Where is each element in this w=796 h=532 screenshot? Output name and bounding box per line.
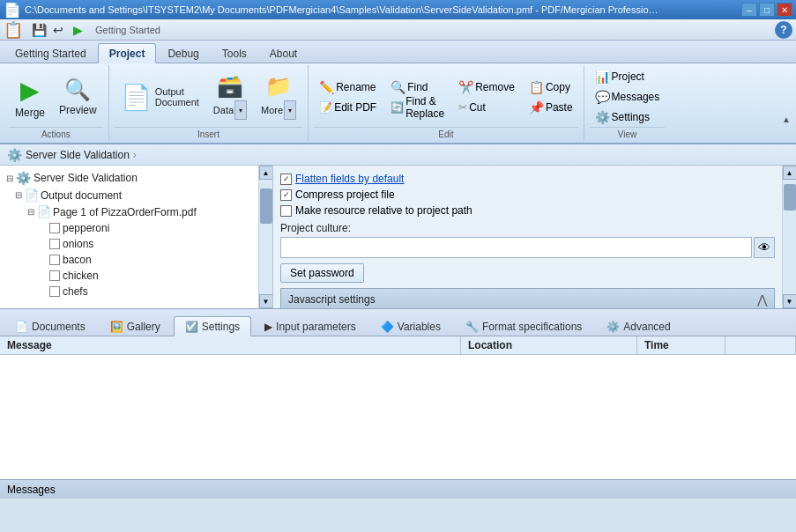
- tab-tools[interactable]: Tools: [211, 43, 258, 63]
- make-resource-label: Make resource relative to project path: [295, 204, 472, 217]
- rename-button[interactable]: ✏️ Rename: [314, 78, 382, 97]
- tree-scroll-thumb[interactable]: [260, 188, 272, 224]
- breadcrumb-label[interactable]: Server Side Validation: [26, 149, 130, 161]
- tree-expand-root[interactable]: ⊟: [4, 172, 16, 184]
- remove-icon: ✂️: [458, 80, 473, 94]
- tab-settings[interactable]: ☑️ Settings: [174, 316, 251, 336]
- set-password-button[interactable]: Set password: [280, 263, 364, 283]
- gallery-icon: 🖼️: [110, 321, 123, 333]
- paste-button[interactable]: 📌 Paste: [524, 98, 578, 117]
- preview-button[interactable]: 🔍 Preview: [53, 69, 103, 125]
- tree-item-bacon[interactable]: bacon: [0, 252, 258, 268]
- checkbox-bacon[interactable]: [49, 255, 60, 265]
- checkbox-onions[interactable]: [49, 239, 60, 249]
- time-col-header: Time: [637, 336, 725, 354]
- edit-col4: 📋 Copy 📌 Paste: [524, 78, 578, 117]
- tree-item-pepperoni[interactable]: pepperoni: [0, 220, 258, 236]
- insert-label: Insert: [115, 127, 302, 139]
- tab-debug[interactable]: Debug: [156, 43, 210, 63]
- tab-input-parameters[interactable]: ▶ Input parameters: [253, 316, 368, 336]
- tree-scrollbar[interactable]: ▲ ▼: [258, 166, 272, 308]
- window-title: C:\Documents and Settings\ITSYSTEM2\My D…: [25, 4, 659, 15]
- checkbox-chicken[interactable]: [49, 270, 60, 281]
- eye-button[interactable]: 👁: [754, 237, 775, 258]
- maximize-button[interactable]: □: [759, 3, 775, 17]
- find-replace-button[interactable]: 🔄 Find & Replace: [385, 98, 450, 117]
- more-button[interactable]: 📁 More ▾: [255, 69, 302, 125]
- output-document-button[interactable]: 📄 Output Document: [115, 74, 205, 120]
- messages-view-button[interactable]: 💬 Messages: [590, 87, 666, 107]
- more-icon: 📁: [265, 74, 292, 99]
- status-messages-label: Messages: [7, 484, 56, 496]
- merge-button[interactable]: ▶ Merge: [9, 69, 51, 125]
- actions-label: Actions: [9, 127, 103, 139]
- minimize-button[interactable]: –: [741, 3, 757, 17]
- more-dropdown[interactable]: ▾: [284, 100, 296, 120]
- play-button[interactable]: ▶: [69, 21, 86, 39]
- tree-root-label: Server Side Validation: [33, 172, 138, 184]
- tab-project[interactable]: Project: [98, 43, 157, 63]
- data-dropdown[interactable]: ▾: [234, 100, 247, 120]
- make-resource-checkbox[interactable]: [280, 205, 292, 217]
- find-button[interactable]: 🔍 Find: [385, 78, 450, 97]
- project-culture-label: Project culture:: [280, 222, 775, 234]
- flatten-fields-checkbox[interactable]: [280, 174, 292, 185]
- extra-col-header: [725, 336, 796, 354]
- breadcrumb-icon: ⚙️: [7, 148, 22, 162]
- bottom-tab-bar: 📄 Documents 🖼️ Gallery ☑️ Settings ▶ Inp…: [0, 308, 796, 336]
- find-replace-icon: 🔄: [391, 101, 404, 114]
- tree-item-onions[interactable]: onions: [0, 236, 258, 252]
- tree-expand-output[interactable]: ⊟: [12, 189, 25, 202]
- data-button[interactable]: 🗃️ Data ▾: [207, 69, 253, 125]
- copy-button[interactable]: 📋 Copy: [524, 78, 578, 97]
- tree-scroll-up[interactable]: ▲: [259, 166, 273, 180]
- tree-scroll-track[interactable]: [259, 180, 272, 294]
- tree-item-chefs[interactable]: chefs: [0, 284, 258, 299]
- cut-button[interactable]: ✂ Cut: [453, 98, 520, 117]
- edit-col2: 🔍 Find 🔄 Find & Replace: [385, 78, 450, 117]
- project-culture-input[interactable]: [280, 237, 752, 258]
- input-params-icon: ▶: [264, 321, 272, 333]
- tab-format-specifications[interactable]: 🔧 Format specifications: [454, 316, 593, 336]
- ribbon-expand-button[interactable]: ▲: [782, 115, 794, 127]
- project-view-button[interactable]: 📊 Project: [590, 67, 666, 86]
- content-area: ⊟ ⚙️ Server Side Validation ⊟ 📄 Output d…: [0, 166, 796, 308]
- preview-icon: 🔍: [64, 78, 91, 102]
- edit-pdf-button[interactable]: 📝 Edit PDF: [314, 98, 382, 117]
- tree-bacon-label: bacon: [63, 254, 92, 266]
- tab-variables[interactable]: 🔷 Variables: [369, 316, 452, 336]
- settings-scroll-track[interactable]: [783, 180, 796, 294]
- save-button[interactable]: 💾: [30, 21, 48, 39]
- settings-tab-icon: ☑️: [185, 321, 198, 333]
- tab-documents[interactable]: 📄 Documents: [4, 316, 97, 336]
- edit-col3: ✂️ Remove ✂ Cut: [453, 78, 520, 117]
- help-button[interactable]: ?: [775, 21, 792, 39]
- close-button[interactable]: ✕: [777, 3, 792, 17]
- settings-scrollbar[interactable]: ▲ ▼: [782, 166, 796, 308]
- tree-item-output[interactable]: ⊟ 📄 Output document: [0, 187, 258, 203]
- edit-label: Edit: [314, 127, 577, 139]
- advanced-icon: ⚙️: [606, 321, 620, 333]
- compress-project-checkbox[interactable]: [280, 189, 292, 201]
- settings-panel: Flatten fields by default Compress proje…: [273, 166, 782, 308]
- tree-expand-page[interactable]: ⊟: [25, 206, 37, 218]
- tab-gallery[interactable]: 🖼️ Gallery: [99, 316, 172, 336]
- settings-scroll-down[interactable]: ▼: [783, 294, 797, 308]
- remove-button[interactable]: ✂️ Remove: [453, 78, 520, 97]
- getting-started-label[interactable]: Getting Started: [95, 25, 160, 35]
- settings-view-button[interactable]: ⚙️ Settings: [590, 107, 666, 127]
- tree-item-chicken[interactable]: chicken: [0, 268, 258, 284]
- tab-about[interactable]: About: [258, 43, 309, 63]
- tree-scroll-down[interactable]: ▼: [259, 294, 273, 308]
- undo-button[interactable]: ↩: [49, 21, 67, 39]
- ribbon-actions-section: ▶ Merge 🔍 Preview Actions: [4, 65, 109, 141]
- tab-advanced[interactable]: ⚙️ Advanced: [595, 316, 681, 336]
- settings-scroll-thumb[interactable]: [784, 184, 796, 211]
- tree-item-root[interactable]: ⊟ ⚙️ Server Side Validation: [0, 169, 258, 187]
- settings-scroll-up[interactable]: ▲: [783, 166, 797, 180]
- javascript-section-header[interactable]: Javascript settings ⋀: [280, 288, 775, 308]
- checkbox-pepperoni[interactable]: [49, 223, 60, 233]
- checkbox-chefs[interactable]: [49, 286, 60, 297]
- tree-item-page[interactable]: ⊟ 📄 Page 1 of PizzaOrderForm.pdf: [0, 203, 258, 220]
- tab-getting-started[interactable]: Getting Started: [4, 43, 98, 63]
